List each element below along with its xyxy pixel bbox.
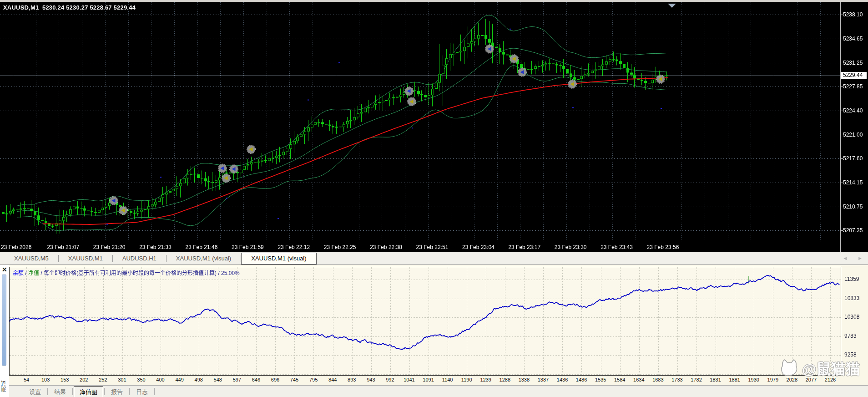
price-chart-canvas[interactable] (0, 2, 868, 252)
equity-x-label: 597 (233, 377, 241, 382)
equity-x-label: 1091 (423, 377, 434, 382)
equity-x-label: 301 (118, 377, 126, 382)
equity-x-label: 1584 (614, 377, 625, 382)
equity-x-label: 646 (252, 377, 260, 382)
price-axis-label: 5234.65 (843, 36, 868, 42)
equity-x-label: 1733 (671, 377, 682, 382)
scroll-left-icon[interactable]: ◄ (843, 255, 848, 261)
price-axis-label: 5221.00 (843, 132, 868, 138)
equity-x-label: 1190 (461, 377, 472, 382)
price-axis-label: 5210.75 (843, 204, 868, 210)
tab-separator (154, 388, 155, 395)
legend-separator: / (24, 270, 28, 276)
legend-separator: / (39, 270, 44, 276)
equity-x-label: 548 (214, 377, 222, 382)
price-axis-label: 5224.40 (843, 107, 868, 114)
time-axis-label: 23 Feb 22:12 (278, 244, 310, 250)
legend-quality: 25.00% (221, 270, 240, 276)
tab-separator (129, 388, 130, 395)
tester-tab-1[interactable]: 结果 (49, 386, 71, 397)
equity-chart-plot: 余额 / 净值 / 每个即时价格(基于所有可利用的最小时段的每一个价格的分形插值… (9, 267, 841, 376)
legend-balance: 余额 (13, 270, 24, 276)
price-axis-label: 5227.85 (843, 83, 868, 90)
tester-tab-2[interactable]: 净值图 (74, 386, 103, 397)
tester-tab-bar: 设置结果净值图报告日志 (9, 385, 868, 397)
equity-x-label: 1881 (729, 377, 740, 382)
equity-x-label: 400 (156, 377, 164, 382)
equity-x-label: 1831 (710, 377, 721, 382)
equity-x-label: 745 (290, 377, 298, 382)
current-price-box: 5229.44 (841, 72, 867, 79)
time-axis-label: 23 Feb 22:38 (370, 244, 402, 250)
equity-x-label: 1782 (691, 377, 701, 382)
time-axis-label: 23 Feb 23:04 (462, 244, 495, 250)
time-axis-label: 23 Feb 23:56 (647, 244, 679, 250)
equity-x-label: 992 (386, 377, 394, 382)
equity-x-label: 1535 (595, 377, 606, 382)
time-axis-label: 23 Feb 23:17 (508, 244, 540, 250)
legend-equity: 净值 (28, 270, 39, 276)
chart-tab-1[interactable]: XAUUSD,M1 (59, 252, 112, 265)
equity-y-label: 9783 (844, 333, 857, 339)
equity-x-label: 449 (175, 377, 183, 382)
equity-x-label: 2028 (787, 377, 797, 382)
main-chart-window: XAUUSD,M1 5230.24 5230.27 5228.67 5229.4… (0, 2, 868, 252)
price-axis-label: 5207.35 (843, 227, 868, 234)
equity-x-label: 795 (309, 377, 318, 382)
equity-y-label: 9258 (844, 351, 857, 358)
equity-chart-canvas[interactable] (10, 267, 841, 375)
chart-tab-4[interactable]: XAUUSD,M1 (visual) (241, 253, 316, 265)
equity-x-label: 1387 (538, 377, 549, 382)
price-axis-label: 5214.15 (843, 179, 868, 186)
equity-x-label: 2077 (806, 377, 817, 382)
equity-legend: 余额 / 净值 / 每个即时价格(基于所有可利用的最小时段的每一个价格的分形插值… (13, 269, 240, 276)
equity-x-label: 1930 (748, 377, 759, 382)
tab-separator (104, 388, 105, 395)
price-axis-label: 5231.25 (843, 60, 868, 66)
chart-tab-0[interactable]: XAUUSD,M5 (5, 252, 58, 265)
tester-left-strip: ✕ 测试 (0, 265, 9, 397)
chart-title: XAUUSD,M1 5230.24 5230.27 5228.67 5229.4… (3, 4, 136, 11)
equity-x-label: 1436 (557, 377, 568, 382)
scroll-right-icon[interactable]: ► (858, 255, 863, 261)
close-icon[interactable]: ✕ (2, 266, 7, 273)
equity-x-label: 1288 (500, 377, 510, 382)
equity-x-label: 103 (41, 377, 50, 382)
equity-x-label: 54 (24, 377, 29, 382)
equity-x-label: 1634 (633, 377, 644, 382)
equity-x-label: 844 (328, 377, 337, 382)
time-axis-label: 23 Feb 22:51 (416, 244, 449, 250)
chart-tab-3[interactable]: XAUUSD,M1 (visual) (167, 252, 241, 265)
equity-x-label: 202 (80, 377, 88, 382)
time-axis-label: 23 Feb 21:46 (186, 244, 218, 250)
time-axis-label: 23 Feb 21:07 (47, 244, 79, 250)
tester-tab-0[interactable]: 设置 (24, 386, 46, 397)
equity-x-label: 1683 (652, 377, 663, 382)
chart-tab-bar: XAUUSD,M5XAUUSD,M1AUDUSD,H1XAUUSD,M1 (vi… (0, 252, 868, 265)
equity-x-label: 943 (367, 377, 375, 382)
legend-description: 每个即时价格(基于所有可利用的最小时段的每一个价格的分形插值计算) (44, 270, 217, 276)
time-axis-label: 23 Feb 21:59 (232, 244, 264, 250)
panel-drag-handle[interactable] (2, 275, 6, 366)
tester-vertical-tab[interactable]: 测试 (0, 375, 9, 397)
equity-x-label: 153 (61, 377, 69, 382)
equity-x-label: 1239 (480, 377, 491, 382)
equity-x-label: 2126 (825, 377, 836, 382)
chart-tab-2[interactable]: AUDUSD,H1 (113, 252, 166, 265)
tab-separator (72, 388, 73, 395)
tab-scroll-arrows: ◄ ► (843, 252, 863, 265)
equity-y-label: 10833 (844, 295, 859, 301)
price-axis-label: 5217.60 (843, 155, 868, 162)
equity-x-label: 1140 (442, 377, 453, 382)
equity-x-label: 1041 (404, 377, 414, 382)
tester-panel: 余额 / 净值 / 每个即时价格(基于所有可利用的最小时段的每一个价格的分形插值… (0, 265, 868, 397)
tester-tab-4[interactable]: 日志 (131, 386, 153, 397)
equity-x-label: 252 (99, 377, 107, 382)
tab-separator (47, 388, 48, 395)
equity-x-label: 350 (137, 377, 145, 382)
time-axis-label: 23 Feb 2026 (1, 244, 31, 250)
equity-x-label: 1979 (767, 377, 778, 382)
tester-tab-3[interactable]: 报告 (106, 386, 128, 397)
equity-x-label: 1338 (519, 377, 530, 382)
equity-x-label: 696 (271, 377, 279, 382)
